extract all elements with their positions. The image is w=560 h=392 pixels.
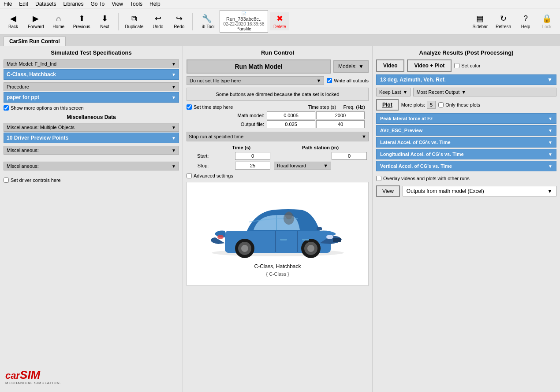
set-color-checkbox[interactable]	[454, 63, 459, 68]
start-path-input[interactable]	[332, 152, 367, 160]
menu-file[interactable]: File	[4, 1, 12, 7]
procedure-label-arrow-icon: ▼	[172, 85, 176, 89]
previous-button[interactable]: ⬆ Previous	[70, 12, 93, 30]
more-plots-number[interactable]: 5	[427, 101, 436, 109]
redo-button[interactable]: ↪ Redo	[169, 12, 189, 30]
run-math-model-button[interactable]: Run Math Model	[187, 59, 331, 74]
math-model-dropdown[interactable]: Math Model: F_Ind_Ind ▼	[4, 59, 179, 68]
vehicle-class-dropdown[interactable]: C-Class, Hatchback ▼	[4, 69, 179, 80]
write-outputs-checkbox[interactable]	[327, 78, 332, 83]
procedure-value-dropdown[interactable]: paper for ppt ▼	[4, 92, 179, 103]
menu-datasets[interactable]: Datasets	[35, 1, 56, 7]
delete-button[interactable]: ✖ Delete	[270, 12, 289, 30]
road-forward-dropdown[interactable]: Road forward ▼	[274, 162, 331, 170]
time-step-section: Set time step here Time step (s) Freq. (…	[187, 104, 369, 128]
next-button[interactable]: ⬇ Next	[95, 12, 115, 30]
svg-point-4	[326, 235, 333, 239]
math-model-step-input[interactable]	[267, 111, 315, 119]
keep-last-dropdown[interactable]: Keep Last ▼	[376, 88, 411, 96]
menu-libraries[interactable]: Libraries	[63, 1, 83, 7]
tab-run-control[interactable]: CarSim Run Control	[4, 37, 66, 46]
plot-item-0-arrow-icon: ▼	[548, 116, 553, 121]
overlay-checkbox[interactable]	[376, 176, 381, 181]
menu-view[interactable]: View	[112, 1, 123, 7]
output-file-freq-input[interactable]	[316, 120, 365, 128]
road-forward-arrow-icon: ▼	[323, 163, 328, 168]
previous-icon: ⬆	[78, 14, 85, 23]
refresh-button[interactable]: ↻ Refresh	[493, 12, 514, 30]
misc-value1-dropdown[interactable]: 10 Driver Preview Points ▼	[4, 133, 179, 143]
misc-label3-arrow-icon: ▼	[172, 164, 176, 169]
keep-last-row: Keep Last ▼ Most Recent Output ▼	[376, 88, 556, 96]
parsfile-button[interactable]: 📄 Run_783abc8c.. 02-22-2020 16:39:58 Par…	[220, 10, 269, 33]
duplicate-icon: ⧉	[131, 14, 137, 23]
help-button[interactable]: ? Help	[516, 13, 535, 30]
math-model-freq-input[interactable]	[316, 111, 365, 119]
set-driver-row: Set driver controls here	[4, 178, 179, 183]
most-recent-dropdown[interactable]: Most Recent Output ▼	[413, 88, 556, 96]
lib-tool-button[interactable]: 🔧 Lib Tool	[196, 12, 217, 30]
car-class-label: { C-Class }	[266, 271, 289, 277]
models-button[interactable]: Models: ▼	[333, 60, 369, 73]
forward-button[interactable]: ▶ Forward	[25, 12, 47, 30]
overlay-row: Overlay videos and plots with other runs	[376, 176, 556, 181]
time-s-header: Time (s)	[210, 144, 272, 151]
start-time-cell	[210, 151, 272, 161]
toolbar-separator-2	[192, 13, 193, 30]
video-row: Video Video + Plot Set color	[376, 59, 556, 72]
menu-edit[interactable]: Edit	[19, 1, 28, 7]
only-these-row: Only these plots	[438, 102, 480, 107]
logo-sim: SIM	[20, 368, 40, 382]
file-type-select[interactable]: Do not set file type here ▼	[187, 76, 324, 85]
road-forward-cell: Road forward ▼	[272, 161, 369, 170]
video-plot-button[interactable]: Video + Plot	[407, 59, 452, 72]
svg-rect-3	[333, 238, 341, 242]
help-icon: ?	[523, 14, 528, 23]
azimuth-dropdown[interactable]: 13 deg. Azimuth, Veh. Ref. ▼	[376, 74, 556, 85]
outputs-dropdown[interactable]: Outputs from math model (Excel) ▼	[403, 186, 556, 196]
misc-label1-dropdown[interactable]: Miscellaneous: Multiple Objects ▼	[4, 123, 179, 132]
misc-label2-dropdown[interactable]: Miscellaneous: ▼	[4, 146, 179, 155]
plot-item-0[interactable]: Peak lateral force at Fz ▼	[376, 113, 556, 124]
start-path-cell	[272, 151, 369, 161]
forward-icon: ▶	[33, 14, 39, 23]
menu-tools[interactable]: Tools	[130, 1, 142, 7]
misc-value1-arrow-icon: ▼	[172, 136, 176, 141]
output-file-step-input[interactable]	[267, 120, 315, 128]
more-plots-section: More plots: 5	[401, 101, 436, 109]
set-driver-checkbox[interactable]	[4, 178, 9, 183]
run-control-title: Run Control	[187, 49, 369, 56]
procedure-label-dropdown[interactable]: Procedure ▼	[4, 82, 179, 91]
misc-label3-dropdown[interactable]: Miscellaneous: ▼	[4, 162, 179, 170]
stop-time-input[interactable]	[235, 162, 270, 170]
keep-last-arrow-icon: ▼	[403, 89, 408, 95]
refresh-icon: ↻	[500, 14, 507, 23]
plot-item-3-arrow-icon: ▼	[548, 152, 553, 157]
home-button[interactable]: ⌂ Home	[49, 13, 68, 30]
undo-button[interactable]: ↩ Undo	[148, 12, 168, 30]
back-button[interactable]: ◀ Back	[4, 12, 23, 30]
plot-item-3[interactable]: Longitudinal Accel. of CG's vs. Time ▼	[376, 149, 556, 159]
menu-help[interactable]: Help	[149, 1, 161, 7]
duplicate-button[interactable]: ⧉ Duplicate	[122, 13, 147, 30]
start-time-input[interactable]	[235, 152, 270, 160]
show-more-checkbox[interactable]	[4, 105, 9, 111]
stop-run-button[interactable]: Stop run at specified time ▼	[187, 132, 369, 141]
plot-item-1[interactable]: AVz_ESC_Preview ▼	[376, 125, 556, 136]
car-illustration	[207, 191, 348, 262]
plot-item-2-arrow-icon: ▼	[548, 140, 553, 145]
advanced-settings-checkbox[interactable]	[187, 173, 192, 178]
sidebar-button[interactable]: ▤ Sidebar	[470, 12, 491, 30]
plot-item-2[interactable]: Lateral Accel. of CG's vs. Time ▼	[376, 137, 556, 148]
advanced-row: Advanced settings	[187, 173, 369, 178]
set-time-step-checkbox[interactable]	[187, 104, 192, 110]
plot-item-4[interactable]: Vertical Accel. of CG's vs. Time ▼	[376, 161, 556, 171]
plot-button[interactable]: Plot	[376, 99, 399, 111]
misc-label2-arrow-icon: ▼	[172, 148, 176, 153]
video-button[interactable]: Video	[376, 59, 404, 72]
most-recent-arrow-icon: ▼	[461, 89, 466, 95]
menu-goto[interactable]: Go To	[90, 1, 105, 7]
lock-button[interactable]: 🔒 Lock	[537, 12, 556, 30]
view-button[interactable]: View	[376, 185, 400, 197]
only-these-checkbox[interactable]	[438, 102, 444, 107]
